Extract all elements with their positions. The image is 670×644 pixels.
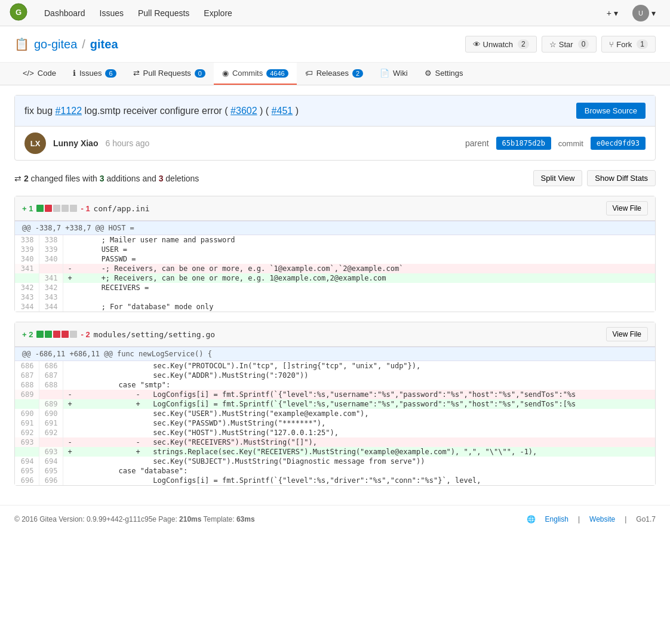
diff-mark bbox=[63, 466, 77, 476]
line-num-new bbox=[39, 437, 63, 447]
browse-source-button[interactable]: Browse Source bbox=[576, 103, 646, 119]
fork-label: Fork bbox=[616, 40, 632, 49]
diff-mark: - bbox=[63, 390, 77, 399]
issues-icon: ℹ bbox=[73, 69, 76, 78]
line-num-old: 689 bbox=[15, 390, 39, 399]
table-row: 687 687 sec.Key("ADDR").MustString(":702… bbox=[15, 371, 655, 380]
sq-gray bbox=[62, 205, 69, 212]
sq-red bbox=[45, 205, 52, 212]
sq-red bbox=[62, 331, 69, 338]
line-num-old: 687 bbox=[15, 371, 39, 380]
repo-actions: 👁 Unwatch 2 ☆ Star 0 ⑂ Fork 1 bbox=[465, 36, 656, 53]
tab-releases-label: Releases bbox=[316, 69, 349, 78]
diff-code: ; For "database" mode only bbox=[77, 302, 655, 312]
user-chevron-icon: ▾ bbox=[651, 8, 656, 18]
commits-badge: 4646 bbox=[266, 69, 288, 78]
website-link[interactable]: Website bbox=[589, 515, 615, 523]
commit-word-label: commit bbox=[558, 139, 583, 148]
parent-hash-button[interactable]: 65b1875d2b bbox=[496, 137, 551, 150]
diff-code: - sec.Key("RECEIVERS").MustString("[]"), bbox=[77, 437, 655, 447]
code-icon: </> bbox=[23, 69, 34, 78]
commit-title-prefix: fix bug bbox=[24, 106, 56, 116]
table-row: 339 339 USER = bbox=[15, 245, 655, 254]
commit-time: 6 hours ago bbox=[105, 138, 149, 148]
line-num-new: 343 bbox=[39, 292, 63, 302]
table-row: 341 + +; Receivers, can be one or more, … bbox=[15, 273, 655, 283]
diff-code: ; Mailer user name and password bbox=[77, 235, 655, 245]
repo-name-link[interactable]: gitea bbox=[90, 38, 118, 51]
view-file-button-2[interactable]: View File bbox=[606, 327, 648, 341]
table-row: 688 688 case "smtp": bbox=[15, 380, 655, 390]
diff-code bbox=[77, 292, 655, 302]
tab-code-label: Code bbox=[38, 69, 56, 78]
diff-mark bbox=[63, 254, 77, 264]
user-avatar[interactable]: U ▾ bbox=[628, 2, 660, 24]
tab-code[interactable]: </> Code bbox=[14, 63, 64, 85]
commit-title-end: ) ( bbox=[260, 106, 269, 116]
diff-code: sec.Key("ADDR").MustString(":7020")) bbox=[77, 371, 655, 380]
line-num-new: 344 bbox=[39, 302, 63, 312]
diff-code: sec.Key("USER").MustString("example@exam… bbox=[77, 409, 655, 418]
line-num-new: 686 bbox=[39, 361, 63, 371]
line-num-new: 339 bbox=[39, 245, 63, 254]
commit-issue-link2[interactable]: #3602 bbox=[230, 106, 257, 116]
line-num-old: 695 bbox=[15, 466, 39, 476]
table-row: 693 - - sec.Key("RECEIVERS").MustString(… bbox=[15, 437, 655, 447]
fork-icon: ⑂ bbox=[609, 40, 614, 49]
tab-wiki[interactable]: 📄 Wiki bbox=[371, 63, 416, 85]
unwatch-count: 2 bbox=[518, 39, 529, 49]
view-file-button-1[interactable]: View File bbox=[606, 201, 648, 215]
fork-button[interactable]: ⑂ Fork 1 bbox=[601, 36, 656, 53]
tab-releases[interactable]: 🏷 Releases 2 bbox=[297, 63, 371, 85]
diff-mark bbox=[63, 292, 77, 302]
diff-minus-2: - 2 bbox=[81, 330, 90, 339]
repo-owner-link[interactable]: go-gitea bbox=[34, 38, 77, 51]
commit-hash-button[interactable]: e0ecd9fd93 bbox=[591, 137, 646, 150]
star-icon: ☆ bbox=[549, 40, 557, 49]
language-link[interactable]: English bbox=[545, 515, 568, 523]
star-label: Star bbox=[559, 40, 573, 49]
line-num-old: 694 bbox=[15, 457, 39, 466]
navbar: G Dashboard Issues Pull Requests Explore… bbox=[0, 0, 670, 26]
changed-count: 2 bbox=[24, 174, 29, 183]
diff-code: + strings.Replace(sec.Key("RECEIVERS").M… bbox=[77, 447, 655, 457]
line-num-new: 692 bbox=[39, 428, 63, 437]
tab-wiki-label: Wiki bbox=[393, 69, 408, 78]
star-button[interactable]: ☆ Star 0 bbox=[542, 36, 597, 53]
svg-text:G: G bbox=[16, 8, 21, 17]
tab-settings[interactable]: ⚙ Settings bbox=[416, 63, 472, 85]
diff-stat-2: + 2 - 2 modules/setting/setting.go bbox=[22, 330, 215, 339]
star-count: 0 bbox=[578, 39, 589, 49]
line-num-old: 340 bbox=[15, 254, 39, 264]
tab-pull-requests[interactable]: ⇄ Pull Requests 0 bbox=[125, 63, 214, 85]
hunk-header-1: @@ -338,7 +338,7 @@ HOST = bbox=[15, 221, 655, 235]
tab-issues[interactable]: ℹ Issues 6 bbox=[64, 63, 125, 85]
chevron-down-icon: ▾ bbox=[614, 8, 618, 18]
add-button[interactable]: + ▾ bbox=[602, 6, 623, 20]
commit-issue-link3[interactable]: #451 bbox=[272, 106, 293, 116]
tab-commits[interactable]: ◉ Commits 4646 bbox=[214, 63, 297, 85]
commit-title-close: ) bbox=[296, 106, 299, 116]
line-num-new: 691 bbox=[39, 418, 63, 428]
globe-icon: 🌐 bbox=[527, 515, 536, 523]
split-view-button[interactable]: Split View bbox=[533, 170, 583, 186]
nav-explore[interactable]: Explore bbox=[196, 0, 239, 26]
line-num-new: 690 bbox=[39, 409, 63, 418]
unwatch-label: Unwatch bbox=[483, 40, 514, 49]
sq-gray bbox=[70, 205, 77, 212]
table-row: 693 + + strings.Replace(sec.Key("RECEIVE… bbox=[15, 447, 655, 457]
commit-issue-link1[interactable]: #1122 bbox=[56, 106, 82, 116]
go-version: Go1.7 bbox=[636, 515, 656, 523]
nav-pull-requests[interactable]: Pull Requests bbox=[131, 0, 196, 26]
nav-dashboard[interactable]: Dashboard bbox=[37, 0, 93, 26]
show-stats-button[interactable]: Show Diff Stats bbox=[587, 170, 656, 186]
nav-issues[interactable]: Issues bbox=[93, 0, 131, 26]
site-logo[interactable]: G bbox=[10, 3, 27, 23]
unwatch-button[interactable]: 👁 Unwatch 2 bbox=[465, 36, 537, 53]
diff-mark bbox=[63, 418, 77, 428]
diff-code: sec.Key("HOST").MustString("127.0.0.1:25… bbox=[77, 428, 655, 437]
line-num-old: 339 bbox=[15, 245, 39, 254]
table-row: 694 694 sec.Key("SUBJECT").MustString("D… bbox=[15, 457, 655, 466]
diff-code: sec.Key("PASSWD").MustString("*******"), bbox=[77, 418, 655, 428]
diff-mark bbox=[63, 371, 77, 380]
